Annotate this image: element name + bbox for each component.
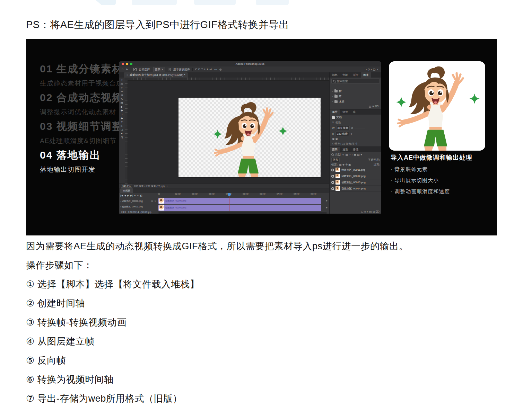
disclosure-icon[interactable] — [332, 90, 333, 93]
transport-icons[interactable]: ◀◀ ▶ — [121, 211, 127, 213]
close-tab-icon[interactable]: × — [127, 73, 128, 77]
ruler-tick: 00 — [158, 193, 175, 197]
status-chevron-icon[interactable]: › — [167, 185, 167, 187]
home-icon[interactable]: ⌂ — [122, 68, 123, 71]
playback-controls[interactable]: |◀ ◀ ▶ ▶| ● ✂ ◧ — [119, 193, 158, 198]
document-tab[interactable]: × 减重动画-女生切图.psd @ 340.2%(RGB/8#) * — [124, 72, 188, 78]
tab-layers[interactable]: 图层 — [330, 147, 340, 152]
ellipsis-icon[interactable]: ⋯ — [214, 68, 217, 71]
height-value[interactable]: 232 像素 — [335, 132, 349, 136]
tool-icon[interactable]: ⋯ — [121, 140, 123, 143]
document-tab-label: 减重动画-女生切图.psd @ 340.2%(RGB/8#) * — [130, 73, 185, 77]
x-value[interactable] — [354, 128, 365, 128]
tool-icon[interactable]: ✚ — [121, 109, 123, 113]
width-value[interactable]: 390 像素 — [336, 126, 350, 130]
window-titlebar[interactable]: Adobe Photoshop 2025 — [119, 61, 381, 67]
tool-icon[interactable]: ▨ — [121, 101, 123, 105]
opacity-label: 不透明度: — [368, 158, 380, 162]
show-transform-checkbox[interactable] — [168, 68, 171, 71]
tab-gradients[interactable]: 渐变 — [350, 72, 361, 78]
tool-icon[interactable]: ◧ — [121, 105, 123, 109]
timeline-clip[interactable]: 动效热区_00000.png — [158, 198, 321, 204]
tab-paths[interactable]: 路径 — [350, 147, 361, 152]
tab-adjustments[interactable]: 调整 — [340, 109, 350, 115]
tab-channels[interactable]: 通道 — [340, 147, 350, 152]
tab-properties[interactable]: 属性 — [330, 109, 340, 115]
chevron-down-icon[interactable]: ∨ — [332, 121, 334, 124]
link-icon[interactable]: ▣ ▣ — [332, 137, 338, 141]
timeline-scrollbar[interactable] — [158, 212, 327, 214]
tool-icon[interactable]: ✛ — [121, 79, 123, 82]
track-label-row[interactable]: 动效热区_00000.png — [119, 198, 158, 204]
article-step: ① 选择【脚本】选择【将文件载入堆栈】 — [26, 278, 508, 291]
pattern-panel-footer-icons[interactable]: ▤ ⊞ ⌦ — [330, 104, 381, 109]
folder-icon — [334, 100, 338, 103]
track-label-row[interactable]: 动效热区_00001.png — [119, 204, 158, 209]
timeline-clip[interactable]: 动效热区_00001.png — [158, 205, 321, 211]
timeline-tab[interactable]: 时间轴 — [120, 188, 133, 193]
tool-icon[interactable]: ◔ — [121, 113, 123, 116]
document-tab-bar: × 减重动画-女生切图.psd @ 340.2%(RGB/8#) * — [119, 72, 329, 78]
layers-panel-footer-icons[interactable]: ⊂ fx ◐ ▤ ⊞ ⌦ — [330, 209, 381, 214]
lock-label: 锁定: — [331, 163, 338, 167]
tool-icon[interactable]: ▷ — [121, 124, 123, 128]
folder-icon — [334, 90, 338, 92]
tool-icon[interactable]: ◻ — [121, 128, 123, 132]
layer-row[interactable]: 动效热区_00011.png — [330, 167, 381, 173]
article-body: 因为需要将AE生成的动态视频转换成GIF格式，所以需要把素材导入ps进行进一步的… — [26, 240, 508, 411]
tab-swatches[interactable]: 色板 — [340, 72, 350, 78]
layer-filter-icons[interactable]: ▦ ◑ T ▣ ▨ ● — [346, 153, 362, 156]
tool-icon[interactable]: ▭ — [121, 82, 123, 86]
tool-icon[interactable]: ● — [121, 132, 123, 135]
layer-thumbnail — [335, 168, 340, 172]
pattern-group-row[interactable]: 草 — [330, 94, 381, 99]
chevron-down-icon[interactable]: ∨ — [342, 153, 344, 156]
tab-patterns[interactable]: 图案 — [361, 72, 371, 78]
layer-row[interactable]: 动效热区_00013.png — [330, 179, 381, 186]
tool-icon[interactable]: ◆ — [121, 117, 123, 120]
lock-icons[interactable]: ▦ ◈ ✛ ▣ — [339, 163, 351, 166]
add-media-icon[interactable]: + — [326, 206, 328, 209]
tool-icon[interactable]: T — [121, 120, 123, 124]
visibility-eye-icon[interactable] — [331, 175, 334, 178]
tab-libraries[interactable]: 库 — [350, 109, 358, 115]
pattern-group-row[interactable]: 水滴 — [330, 99, 381, 104]
tool-icon[interactable]: Q — [121, 136, 123, 139]
fps-label: (30.00 fps) — [141, 211, 151, 213]
blend-mode-dropdown[interactable]: 正常 — [331, 158, 340, 162]
y-value[interactable] — [354, 134, 365, 134]
auto-select-checkbox[interactable] — [133, 68, 137, 71]
pattern-group-row[interactable]: 树 — [330, 89, 381, 94]
tool-icon[interactable]: ✂ — [121, 90, 123, 93]
snap-icon[interactable]: ◎ — [219, 68, 222, 71]
zoom-level[interactable]: 340.2% — [121, 185, 132, 188]
disclosure-icon[interactable] — [120, 200, 121, 203]
vertical-ruler — [125, 80, 128, 184]
properties-panel: 属性 调整 库 文档 ∨变换 W 390 像素 X H 232 像素 — [330, 109, 381, 146]
align-icons[interactable]: ⊏ ⊓ ⊐ ⊔ ⊦ ⊣ — [195, 68, 212, 71]
options-right-icons[interactable]: ◔ Q ◐ ▢ ∨ — [365, 68, 378, 71]
auto-select-dropdown[interactable]: 图层∨ — [153, 67, 165, 72]
layer-thumbnail — [335, 174, 340, 178]
timecode: 0:00:05:14 — [128, 211, 139, 213]
tool-icon[interactable]: ✎ — [121, 98, 123, 101]
tool-icon[interactable]: ⊞ — [121, 94, 123, 97]
disclosure-icon[interactable] — [332, 100, 333, 103]
add-media-icon[interactable]: + — [326, 199, 328, 203]
move-tool-icon[interactable]: ✛ — [126, 68, 128, 71]
layer-row[interactable]: 动效热区_00014.png — [330, 186, 381, 192]
tool-icon[interactable]: ○ — [121, 86, 123, 90]
layer-row[interactable]: 动效热区_00012.png — [330, 173, 381, 179]
visibility-eye-icon[interactable] — [331, 181, 334, 184]
search-icon — [333, 80, 335, 82]
disclosure-icon[interactable] — [332, 95, 333, 98]
visibility-eye-icon[interactable] — [331, 169, 334, 171]
track-options-icon[interactable] — [151, 200, 156, 203]
disclosure-icon[interactable] — [120, 206, 121, 208]
timeline-ruler[interactable]: 0001:00f02:00f03:00f04:00f05:00f06:00f07… — [158, 193, 328, 197]
pattern-search-input[interactable]: 搜索图案 — [331, 79, 380, 84]
visibility-eye-icon[interactable] — [331, 187, 334, 190]
tab-color[interactable]: 颜色 — [330, 72, 340, 78]
playhead[interactable] — [229, 193, 229, 211]
canvas-area: ✛▭○✂⊞✎▨◧✚◔◆T▷◻●Q⋯ — [119, 78, 329, 184]
